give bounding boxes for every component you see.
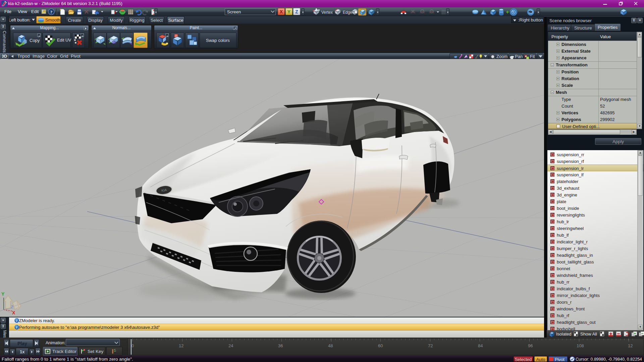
svg-text:Y: Y	[1, 291, 5, 297]
svg-text:10: 10	[112, 40, 116, 44]
svg-text:X: X	[12, 310, 15, 315]
svg-text:Z: Z	[11, 304, 13, 309]
svg-text:?: ?	[50, 9, 53, 14]
